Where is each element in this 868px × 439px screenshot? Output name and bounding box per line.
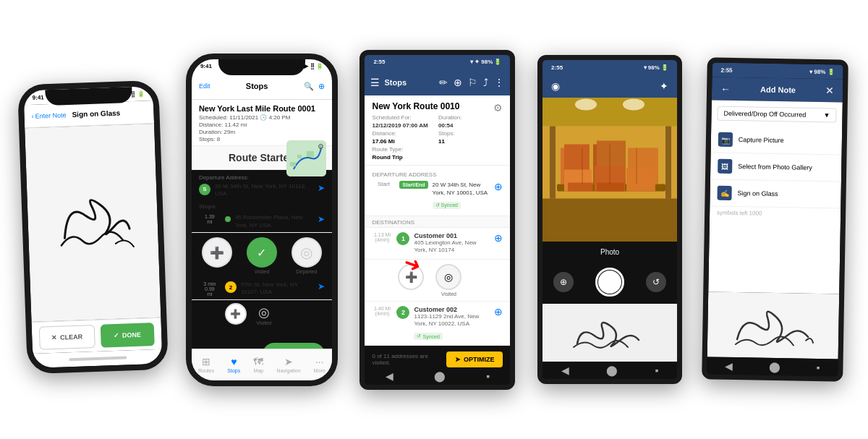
tab-navigation[interactable]: ➤ Navigation <box>277 356 301 373</box>
tab-map[interactable]: 🗺 Map <box>253 356 263 373</box>
android3-back-icon[interactable]: ← <box>720 83 731 95</box>
dest-info-1: Customer 001 405 Lexington Ave, New York… <box>414 232 490 255</box>
dest-num-2: 2 <box>396 306 409 319</box>
nav-icon-dest1[interactable]: ⊕ <box>494 232 503 244</box>
android1-route-header: New York Route 0010 ⚙ Scheduled For: Dur… <box>365 95 510 166</box>
svg-rect-17 <box>568 183 593 192</box>
android2-header: ◉ ✦ <box>542 74 677 98</box>
iphone2-notch <box>218 59 305 75</box>
nav-icon-dest2[interactable]: ⊕ <box>494 306 503 317</box>
dest-row-1: 1.13 Mi (4min) 1 Customer 001 405 Lexing… <box>365 228 510 260</box>
recent-nav2-icon[interactable]: ▪ <box>655 365 658 376</box>
android1-bottom-bar: 0 of 11 addresses are visited. ➤ OPTIMIZ… <box>365 351 510 367</box>
chevron-down-icon: ▼ <box>823 111 830 119</box>
android2-signature-area <box>542 304 677 362</box>
sched-label: Scheduled For: <box>372 114 437 121</box>
tab-stops[interactable]: ♥ Stops <box>227 356 240 373</box>
android3-close-icon[interactable]: ✕ <box>825 85 834 96</box>
back-nav2-icon[interactable]: ◀ <box>561 365 569 376</box>
camera-shutter[interactable] <box>595 268 624 297</box>
warehouse-photo-area <box>542 98 677 242</box>
settings-icon[interactable]: ⚙ <box>493 102 503 114</box>
edit-icon[interactable]: ✏ <box>439 77 448 88</box>
hamburger-icon[interactable]: ☰ <box>370 77 380 88</box>
iphone1-notch <box>45 87 132 106</box>
dep-label-and: Departure Address <box>372 171 503 178</box>
iphone2-edit-btn[interactable]: Edit <box>199 82 210 90</box>
capture-picture-option[interactable]: 📷 Capture Picture <box>710 126 842 155</box>
nav-icon-stop1[interactable]: ➤ <box>318 214 325 224</box>
departed-action[interactable]: ◎ Departed <box>292 237 322 274</box>
gallery-label: Select from Photo Gallery <box>738 163 812 171</box>
search-icon[interactable]: 🔍 <box>304 82 314 91</box>
stops-value-r: 11 <box>438 138 503 145</box>
visited-dest-btn[interactable]: ◎ Visited <box>435 264 461 297</box>
recent-nav-icon[interactable]: ▪ <box>486 370 490 382</box>
synced-badge: ↺ Synced <box>433 202 461 209</box>
stops-section-label: Stops: <box>192 202 332 211</box>
home-nav2-icon[interactable]: ⬤ <box>606 365 618 376</box>
customer1-name: Customer 001 <box>414 232 490 239</box>
android1-route-grid: Scheduled For: Duration: 12/12/2019 07:0… <box>372 114 503 161</box>
sign-glass-option[interactable]: ✍ Sign on Glass <box>710 179 841 208</box>
android2-status-bar: 2:55 ▾ 98% 🔋 <box>542 60 677 74</box>
plus-icon[interactable]: ⊕ <box>454 77 462 88</box>
camera-flip-icon[interactable]: ↺ <box>646 272 666 292</box>
sog-footer: ✕ CLEAR ✓ DONE <box>32 317 162 353</box>
add-icon[interactable]: ⊕ <box>318 82 325 91</box>
android1-topbar: ☰ Stops ✏ ⊕ ⚐ ⤴ ⋮ <box>365 69 510 95</box>
note-type-dropdown[interactable]: Delivered/Drop Off Occurred ▼ <box>717 106 836 123</box>
nav-label: Navigation <box>277 368 301 373</box>
gallery-option[interactable]: 🖼 Select from Photo Gallery <box>710 153 842 182</box>
departure-row: S 20 W 34th St, New York, NY 10118, USA … <box>199 183 325 198</box>
overflow-icon[interactable]: ⋮ <box>494 77 504 88</box>
add-stop2-circle[interactable]: ➕ <box>225 303 247 325</box>
visited-circle: ✓ <box>247 237 277 268</box>
add-action[interactable]: ➕ <box>202 237 232 274</box>
camera-settings-icon[interactable]: ⊕ <box>553 272 574 292</box>
back-nav-icon[interactable]: ◀ <box>386 370 393 382</box>
dropdown-value: Delivered/Drop Off Occurred <box>723 110 806 119</box>
tab-more[interactable]: ··· More <box>314 356 326 373</box>
svg-rect-1 <box>290 162 296 166</box>
android1-time: 2:55 <box>373 59 385 65</box>
iphone2-header: Edit Stops 🔍 ⊕ <box>192 74 332 100</box>
android2-nav-bar: ◀ ⬤ ▪ <box>542 362 677 379</box>
android1-topbar-title: Stops <box>384 78 435 87</box>
home-nav-icon[interactable]: ⬤ <box>434 370 446 382</box>
route-type-value: Round Trip <box>372 154 437 161</box>
android1-phone: 2:55 ▾ ✦ 98% 🔋 ☰ Stops ✏ ⊕ ⚐ ⤴ ⋮ New Yor… <box>359 50 515 390</box>
nav-icon-departure[interactable]: ➤ <box>318 183 325 193</box>
android1-topbar-icons: ✏ ⊕ ⚐ ⤴ ⋮ <box>439 77 504 88</box>
svg-rect-2 <box>297 155 302 158</box>
enter-note-back[interactable]: ‹ Enter Note <box>32 111 67 119</box>
more-icon: ··· <box>315 356 324 367</box>
android3-sig-svg <box>729 299 817 351</box>
lens-icon[interactable]: ◉ <box>551 80 560 92</box>
flag-icon[interactable]: ⚐ <box>468 77 477 88</box>
tab-routes[interactable]: ⊞ Routes <box>198 356 214 373</box>
android3-header: ← Add Note ✕ <box>712 77 843 102</box>
nav-icon-departure-and[interactable]: ⊕ <box>494 181 503 192</box>
stops-icon: ♥ <box>231 356 237 367</box>
home-nav3-icon[interactable]: ⬤ <box>768 361 780 372</box>
signature-area[interactable] <box>25 123 161 321</box>
sparkle-icon[interactable]: ✦ <box>660 80 668 92</box>
visited-action[interactable]: ✓ Visited <box>247 237 277 274</box>
duration-row: Duration: 29m <box>199 129 325 135</box>
stop1-dot <box>225 216 231 222</box>
share-icon[interactable]: ⤴ <box>483 77 488 88</box>
optimize-btn[interactable]: ➤ OPTIMIZE <box>446 351 503 367</box>
photo-label: Photo <box>600 248 619 256</box>
nav-icon-stop2[interactable]: ➤ <box>318 281 325 291</box>
svg-point-24 <box>575 99 597 111</box>
nav-arrow-icon: ➤ <box>455 356 461 363</box>
sync-icon: ↺ <box>435 203 440 208</box>
customer2-name: Customer 002 <box>414 306 490 313</box>
clear-button[interactable]: ✕ CLEAR <box>39 324 95 349</box>
start-dot: S <box>199 184 210 195</box>
done-button[interactable]: ✓ DONE <box>100 322 155 347</box>
recent-nav3-icon[interactable]: ▪ <box>816 362 820 373</box>
back-nav3-icon[interactable]: ◀ <box>725 360 733 372</box>
clock-icon: 🕓 <box>260 114 267 121</box>
